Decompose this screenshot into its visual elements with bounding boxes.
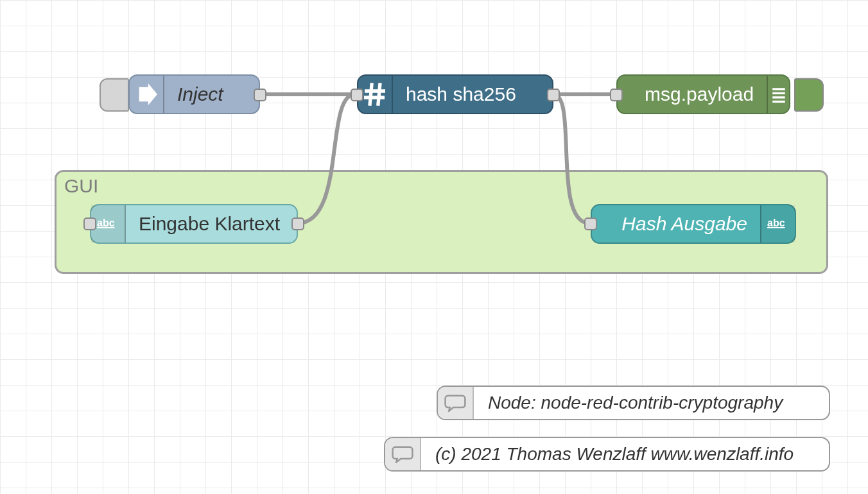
svg-text:abc: abc [767,217,785,228]
speech-bubble-icon [385,438,421,470]
svg-rect-3 [772,101,785,103]
comment-text: Node: node-red-contrib-cryptography [474,393,797,413]
group-label: GUI [64,175,98,197]
inject-trigger-button[interactable] [100,78,129,112]
svg-rect-1 [772,92,785,94]
inject-output-port[interactable] [254,89,266,101]
svg-text:abc: abc [97,217,115,228]
speech-bubble-icon [438,387,474,419]
debug-node-label: msg.payload [618,83,767,105]
inject-node-label: Inject [164,83,259,105]
hash-input-port[interactable] [351,89,363,101]
list-icon [767,76,789,113]
text-input-input-port[interactable] [83,217,96,230]
hash-icon [358,76,393,113]
svg-rect-2 [772,96,785,98]
debug-toggle-button[interactable] [794,78,824,112]
abc-icon: abc [91,205,126,243]
text-input-node-label: Eingabe Klartext [126,213,297,235]
abc-icon: abc [760,205,795,243]
comment-node[interactable]: (c) 2021 Thomas Wenzlaff www.wenzlaff.in… [384,437,830,472]
ui-text-output-node[interactable]: Hash Ausgabe abc [591,204,796,244]
inject-node[interactable]: Inject [128,74,260,114]
debug-node[interactable]: msg.payload [616,74,790,114]
comment-node[interactable]: Node: node-red-contrib-cryptography [437,386,830,420]
debug-input-port[interactable] [610,89,623,101]
text-output-input-port[interactable] [584,217,597,230]
hash-output-port[interactable] [547,89,560,101]
hash-node[interactable]: hash sha256 [357,74,553,114]
text-input-output-port[interactable] [291,217,304,230]
hash-node-label: hash sha256 [393,83,552,105]
arrow-right-icon [130,76,164,113]
text-output-node-label: Hash Ausgabe [592,213,760,235]
ui-text-input-node[interactable]: abc Eingabe Klartext [90,204,298,244]
svg-rect-0 [772,88,785,90]
comment-text: (c) 2021 Thomas Wenzlaff www.wenzlaff.in… [421,444,808,464]
